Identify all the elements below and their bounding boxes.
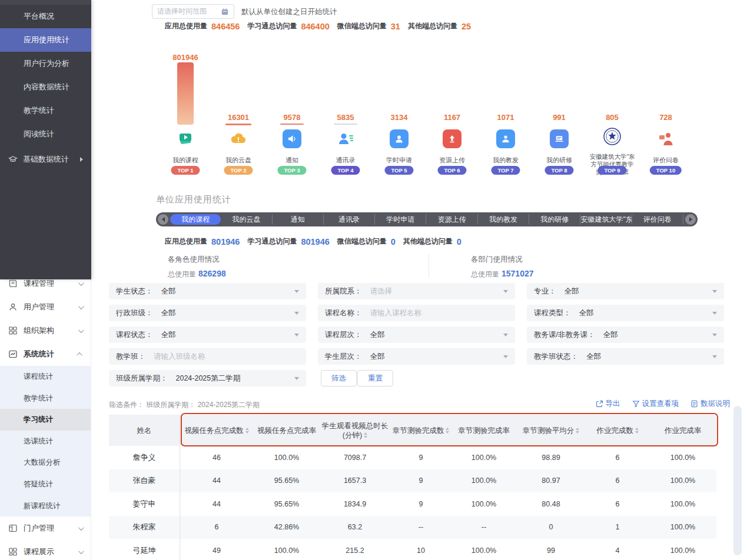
tab-my-courses[interactable]: 我的课程 [170, 214, 221, 225]
tab-scroll-left-button[interactable] [158, 214, 168, 225]
export-link[interactable]: 导出 [596, 399, 620, 409]
col-header-video-tasks-done[interactable]: 视频任务点完成数 [180, 426, 254, 435]
flyout-item-user-behavior[interactable]: 用户行为分析 [0, 52, 91, 75]
tab-resource-upload[interactable]: 资源上传 [426, 214, 477, 225]
tab-contacts[interactable]: 通讯录 [324, 214, 375, 225]
chevron-down-icon [78, 548, 84, 554]
table-row[interactable]: 张自豪 4495.65%1657.39100.0%80.976100.0% [109, 469, 716, 493]
tab-teacher-dev[interactable]: 我的教发 [478, 214, 529, 225]
app-tab-bar: 我的课程 我的云盘 通知 通讯录 学时申请 资源上传 我的教发 我的研修 安徽建… [156, 212, 698, 226]
col-header-homework-rate: 作业完成率 [649, 426, 716, 435]
col-header-quiz-avg[interactable]: 章节测验平均分 [516, 426, 586, 435]
filter-student-level[interactable]: 学生层次：全部 [318, 348, 515, 365]
sidebar-item-system-statistics[interactable]: 系统统计 [0, 342, 91, 366]
caret-down-icon [712, 312, 717, 315]
app-label: 通知 [267, 156, 317, 164]
dept-usage-block: 各部门使用情况 总使用量1571027 [471, 255, 534, 279]
set-columns-link[interactable]: 设置查看项 [632, 399, 679, 409]
filter-course-name-input[interactable]: 课程名称：请输入课程名称 [318, 305, 515, 321]
sidebar-item-org-structure[interactable]: 组织架构 [0, 319, 91, 342]
filter-submit-button[interactable]: 筛选 [321, 370, 357, 386]
filter-academic-course[interactable]: 教务课/非教务课：全部 [527, 326, 724, 343]
upload-icon [447, 134, 457, 144]
sidebar-item-label: 组织架构 [24, 325, 54, 336]
table-row[interactable]: 姜守申 4495.65%1834.99100.0%80.486100.0% [109, 492, 716, 516]
chevron-right-icon [80, 157, 83, 162]
sort-icon[interactable] [635, 428, 639, 434]
bar-value: 5835 [319, 113, 372, 122]
col-header-homework-done[interactable]: 作业完成数 [586, 426, 649, 435]
chevron-down-icon [78, 304, 84, 309]
flyout-item-platform-overview[interactable]: 平台概况 [0, 5, 91, 28]
sidebar-subitem-enrollment-stats[interactable]: 选课统计 [0, 431, 91, 452]
tab-notice[interactable]: 通知 [273, 214, 324, 225]
filter-class-semester[interactable]: 班级所属学期：2024-2025第二学期 [109, 370, 306, 386]
sidebar-item-label: 门户管理 [24, 523, 54, 534]
bar-value: 991 [533, 113, 586, 122]
filter-teaching-class-status[interactable]: 教学班状态：全部 [527, 348, 724, 365]
export-icon [596, 400, 603, 408]
sidebar-subitem-qa-stats[interactable]: 答疑统计 [0, 474, 91, 495]
caret-down-icon [294, 312, 299, 315]
stat-label: 微信端总访问量 [337, 21, 387, 31]
col-header-watch-duration[interactable]: 学生观看视频总时长(分钟) [320, 421, 390, 440]
tab-university-vote[interactable]: 安徽建筑大学"东 [580, 214, 632, 225]
top-badge: TOP 4 [331, 166, 360, 175]
stat-label: 学习通总访问量 [247, 236, 297, 246]
top-badge: TOP 5 [384, 166, 413, 175]
sidebar-subitem-course-stats[interactable]: 课程统计 [0, 366, 91, 388]
flyout-item-reading-stats[interactable]: 阅读统计 [0, 122, 91, 146]
bar [280, 124, 304, 125]
tab-credit-hours[interactable]: 学时申请 [375, 214, 426, 225]
flyout-item-basic-data-stats[interactable]: 基础数据统计 [0, 148, 91, 171]
table-row[interactable]: 弓延坤 49100.0%215.210100.0%994100.0% [109, 539, 716, 560]
sidebar-submenu: 课程统计 教学统计 学习统计 选课统计 大数据分析 答疑统计 新课程统计 [0, 366, 91, 516]
sidebar-item-label: 系统统计 [24, 349, 54, 359]
tab-my-cloud[interactable]: 我的云盘 [221, 214, 272, 225]
col-header-quiz-done[interactable]: 章节测验完成数 [390, 426, 451, 435]
sidebar-item-user-management[interactable]: 用户管理 [0, 295, 91, 319]
filter-major[interactable]: 专业：全部 [527, 283, 724, 299]
flyout-item-app-usage-stats[interactable]: 应用使用统计 [0, 28, 91, 52]
sort-icon[interactable] [364, 432, 367, 438]
sort-icon[interactable] [446, 428, 449, 434]
flyout-item-teaching-stats[interactable]: 教学统计 [0, 99, 91, 122]
sort-icon[interactable] [576, 428, 579, 434]
sidebar-subitem-teaching-stats[interactable]: 教学统计 [0, 388, 91, 409]
user-badge-icon [394, 134, 404, 144]
table-scrollbar[interactable] [733, 406, 742, 555]
sort-icon[interactable] [245, 428, 249, 434]
tab-my-training[interactable]: 我的研修 [529, 214, 580, 225]
tab-survey[interactable]: 评价问卷 [632, 214, 683, 225]
tab-scroll-right-button[interactable] [685, 214, 696, 225]
app-label: 评价问卷 [640, 156, 691, 164]
top-badge: TOP 3 [277, 166, 306, 175]
filter-admin-class[interactable]: 行政班级：全部 [109, 305, 306, 321]
filter-department[interactable]: 所属院系：请选择 [318, 283, 515, 299]
cloud-icon [229, 129, 248, 148]
sidebar-item-course-display[interactable]: 课程展示 [0, 540, 91, 560]
filter-course-status[interactable]: 课程状态：全部 [109, 326, 306, 343]
stat-value: 0 [457, 237, 462, 246]
data-info-link[interactable]: 数据说明 [690, 399, 730, 409]
filter-reset-button[interactable]: 重置 [357, 370, 393, 386]
date-range-input[interactable]: 请选择时间范围 [152, 4, 234, 19]
caret-down-icon [712, 355, 717, 358]
sidebar-subitem-bigdata-analysis[interactable]: 大数据分析 [0, 452, 91, 474]
sidebar-item-label: 课程展示 [24, 546, 54, 557]
calendar-icon[interactable] [221, 8, 229, 16]
graduation-cap-icon [8, 155, 18, 164]
flyout-item-content-data-stats[interactable]: 内容数据统计 [0, 75, 91, 99]
filter-course-type[interactable]: 课程类型：全部 [527, 305, 724, 321]
filter-course-level[interactable]: 课程层次：全部 [318, 326, 515, 343]
sidebar-subitem-new-course-stats[interactable]: 新课程统计 [0, 495, 91, 517]
app-usage-column-10: 728 评价问卷 TOP 10 [639, 52, 692, 180]
sidebar-item-portal-management[interactable]: 门户管理 [0, 516, 91, 540]
sidebar-item-label: 课程管理 [24, 278, 54, 289]
sidebar-subitem-learning-stats[interactable]: 学习统计 [0, 409, 91, 431]
filter-student-status[interactable]: 学生状态：全部 [109, 283, 306, 299]
table-row[interactable]: 詹争义 46100.0%7098.79100.0%98.896100.0% [109, 446, 716, 469]
table-row[interactable]: 朱程家 642.86%63.2----01100.0% [109, 516, 716, 539]
portal-icon [8, 524, 18, 533]
filter-teaching-class-input[interactable]: 教学班：请输入班级名称 [109, 348, 306, 365]
